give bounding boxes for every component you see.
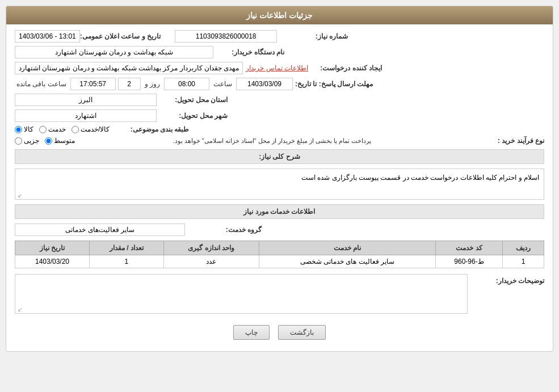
creator-value: مهدی جقدان کاربردار مرکز بهداشت شبکه بهد…	[15, 62, 243, 74]
buyer-org-row: نام دستگاه خریدار: شبکه بهداشت و درمان ش…	[15, 46, 544, 58]
category-row: طبقه بندی موضوعی: کالا/خدمت خدمت کالا	[15, 125, 544, 133]
purchase-type-radio-motavasset[interactable]	[45, 137, 52, 145]
col-service-code: کد خدمت	[436, 241, 503, 255]
deadline-label: مهلت ارسال پاسخ: تا تاریخ:	[295, 80, 376, 88]
card-header: جزئیات اطلاعات نیاز	[6, 6, 553, 24]
main-card: جزئیات اطلاعات نیاز شماره نیاز: 11030938…	[6, 6, 553, 352]
category-option-khedmat: خدمت	[39, 125, 66, 133]
description-section-title: شرح کلی نیاز:	[15, 149, 544, 164]
purchase-type-description: پرداخت تمام یا بخشی از مبلغ خریدار از مح…	[79, 137, 465, 145]
creator-label: ایجاد کننده درخواست:	[311, 64, 385, 72]
buyer-notes-row: توضیحات خریدار: ↙	[15, 274, 544, 314]
services-section-title: اطلاعات خدمات مورد نیاز	[15, 204, 544, 219]
buyer-org-label: نام دستگاه خریدار:	[213, 48, 287, 56]
province-row: استان محل تحویل: البرز	[15, 94, 544, 106]
col-service-name: نام خدمت	[259, 241, 436, 255]
purchase-type-option-jozi: جزیی	[15, 137, 39, 145]
col-row-num: ردیف	[502, 241, 544, 255]
deadline-row: مهلت ارسال پاسخ: تا تاریخ: 1403/03/09 سا…	[15, 78, 544, 90]
city-value: اشتهارد	[15, 109, 157, 122]
service-group-value: سایر فعالیت‌های خدماتی	[15, 224, 185, 236]
buyer-notes-label: توضیحات خریدار:	[470, 274, 544, 285]
back-button[interactable]: بازگشت	[278, 325, 326, 340]
page-title: جزئیات اطلاعات نیاز	[246, 11, 313, 20]
buyer-notes-box: ↙	[15, 274, 468, 314]
purchase-type-label: نوع فرآیند خرید :	[470, 137, 544, 145]
notes-resize-handle: ↙	[16, 306, 22, 312]
cell-service-name: سایر فعالیت های خدماتی شخصی	[259, 255, 436, 268]
province-value: البرز	[15, 94, 157, 106]
col-date: تاریخ نیاز	[15, 241, 90, 255]
creator-row: ایجاد کننده درخواست: اطلاعات تماس خریدار…	[15, 62, 544, 74]
print-button[interactable]: چاپ	[233, 325, 270, 340]
deadline-date: 1403/03/09	[236, 78, 293, 90]
cell-unit: عدد	[163, 255, 259, 268]
category-option-kala: کالا	[15, 125, 33, 133]
services-table-header-row: ردیف کد خدمت نام خدمت واحد اندازه گیری ت…	[15, 241, 544, 255]
cell-row-num: 1	[502, 255, 544, 268]
col-unit: واحد اندازه گیری	[163, 241, 259, 255]
category-label: طبقه بندی موضوعی:	[115, 125, 189, 133]
province-label: استان محل تحویل:	[157, 96, 230, 104]
contact-link[interactable]: اطلاعات تماس خریدار	[246, 64, 308, 72]
need-number-row: شماره نیاز: 1103093826000018 تاریخ و ساع…	[15, 30, 544, 43]
cell-quantity: 1	[89, 255, 163, 268]
purchase-type-row: نوع فرآیند خرید : پرداخت تمام یا بخشی از…	[15, 137, 544, 145]
need-number-value: 1103093826000018	[175, 30, 277, 43]
time-label-unit: ساعت	[212, 80, 234, 88]
buyer-org-value: شبکه بهداشت و درمان شهرستان اشتهارد	[15, 46, 213, 58]
category-radio-kala-khedmat[interactable]	[72, 126, 79, 133]
category-options: کالا/خدمت خدمت کالا	[15, 125, 110, 133]
remaining-label: ساعت باقی مانده	[15, 80, 68, 88]
datetime-label: تاریخ و ساعت اعلان عمومی:	[80, 32, 163, 40]
need-number-label: شماره نیاز:	[277, 32, 351, 40]
col-quantity: تعداد / مقدار	[89, 241, 163, 255]
city-row: شهر محل تحویل: اشتهارد	[15, 109, 544, 122]
service-group-row: گروه خدمت: سایر فعالیت‌های خدماتی	[15, 224, 544, 236]
deadline-days: 2	[118, 78, 141, 90]
city-label: شهر محل تحویل:	[157, 112, 230, 120]
buttons-row: بازگشت چاپ	[15, 319, 544, 345]
purchase-type-option-motavasset: متوسط	[45, 137, 75, 145]
services-table: ردیف کد خدمت نام خدمت واحد اندازه گیری ت…	[15, 241, 544, 268]
cell-service-code: ط-96-960	[436, 255, 503, 268]
service-group-label: گروه خدمت:	[188, 226, 262, 234]
category-option-kala-khedmat: کالا/خدمت	[72, 125, 110, 133]
table-row: 1 ط-96-960 سایر فعالیت های خدماتی شخصی ع…	[15, 255, 544, 268]
deadline-clock: 17:05:57	[70, 78, 116, 90]
purchase-type-radio-jozi[interactable]	[15, 137, 22, 145]
purchase-type-options: متوسط جزیی	[15, 137, 75, 145]
deadline-time: 08:00	[164, 78, 209, 90]
datetime-value: 1403/03/06 - 13:01	[15, 30, 80, 43]
resize-handle: ↙	[16, 192, 22, 198]
description-box: اسلام و احترام کلیه اطلاعات درخواست خدمت…	[15, 168, 544, 200]
day-label-unit: روز و	[143, 80, 162, 88]
category-radio-khedmat[interactable]	[39, 126, 47, 133]
category-radio-kala[interactable]	[15, 126, 22, 133]
cell-date: 1403/03/20	[15, 255, 90, 268]
page-container: جزئیات اطلاعات نیاز شماره نیاز: 11030938…	[0, 0, 559, 392]
description-row: اسلام و احترام کلیه اطلاعات درخواست خدمت…	[15, 168, 544, 200]
card-body: شماره نیاز: 1103093826000018 تاریخ و ساع…	[6, 24, 553, 351]
